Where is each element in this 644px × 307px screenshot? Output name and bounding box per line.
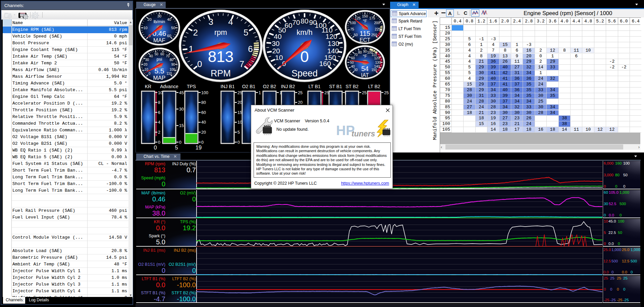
svg-text:3: 3	[208, 17, 213, 27]
svg-text:120: 120	[374, 56, 380, 60]
svg-text:10: 10	[275, 54, 283, 61]
svg-text:80: 80	[301, 17, 308, 25]
svg-text:25: 25	[324, 90, 329, 95]
svg-text:°F: °F	[363, 54, 367, 59]
svg-text:5: 5	[237, 130, 240, 135]
svg-text:115: 115	[360, 30, 370, 37]
svg-text:80: 80	[170, 58, 174, 62]
svg-text:LT B2: LT B2	[368, 84, 380, 89]
svg-text:40: 40	[167, 17, 171, 21]
svg-text:60: 60	[160, 52, 164, 56]
svg-text:70: 70	[354, 53, 358, 57]
svg-text:O2 B1: O2 B1	[242, 84, 256, 89]
svg-text:250: 250	[371, 33, 377, 37]
svg-text:50: 50	[354, 33, 358, 37]
svg-text:4: 4	[228, 17, 233, 27]
svg-text:813: 813	[208, 48, 234, 65]
svg-text:40: 40	[149, 54, 153, 58]
svg-text:200: 200	[374, 21, 380, 25]
svg-text:100: 100	[350, 21, 356, 25]
svg-text:INJ B2: INJ B2	[281, 84, 295, 89]
svg-text:25: 25	[298, 90, 303, 95]
svg-text:ST B1: ST B1	[329, 84, 342, 89]
svg-text:10: 10	[237, 120, 242, 125]
svg-text:10: 10	[145, 68, 149, 71]
svg-text:30: 30	[354, 68, 358, 72]
svg-text:45: 45	[179, 90, 184, 95]
svg-text:6: 6	[158, 110, 160, 115]
svg-text:Advance: Advance	[160, 84, 178, 89]
svg-text:1: 1	[259, 90, 261, 95]
svg-text:20: 20	[298, 100, 303, 105]
svg-text:30: 30	[179, 107, 184, 112]
svg-text:6: 6	[248, 44, 253, 54]
svg-text:0: 0	[149, 72, 151, 75]
svg-text:25: 25	[384, 90, 389, 95]
svg-text:5: 5	[175, 144, 178, 150]
svg-text:INJ B1: INJ B1	[220, 84, 234, 89]
svg-text:ST B2: ST B2	[345, 84, 359, 89]
svg-text:Speed: Speed	[291, 68, 318, 78]
svg-text:20: 20	[201, 130, 206, 135]
svg-text:10: 10	[143, 26, 147, 30]
svg-text:50: 50	[155, 52, 159, 56]
svg-text:130: 130	[375, 61, 381, 64]
svg-text:30: 30	[272, 40, 279, 47]
svg-text:100: 100	[201, 90, 208, 95]
svg-text:0: 0	[201, 140, 204, 145]
svg-text:lb/min: lb/min	[154, 19, 165, 24]
svg-text:MAP: MAP	[153, 75, 166, 81]
svg-text:25: 25	[237, 90, 242, 95]
svg-text:70: 70	[292, 18, 300, 26]
svg-text:125: 125	[355, 16, 361, 20]
svg-text:225: 225	[375, 27, 381, 31]
svg-text:75: 75	[350, 27, 354, 31]
svg-text:90: 90	[363, 50, 367, 53]
svg-text:20: 20	[148, 17, 152, 21]
svg-text:60: 60	[201, 110, 206, 115]
svg-text:175: 175	[369, 16, 375, 20]
svg-text:15: 15	[179, 123, 184, 128]
svg-text:120: 120	[325, 33, 337, 40]
svg-text:80: 80	[358, 51, 362, 54]
svg-text:110: 110	[166, 72, 172, 75]
svg-text:15: 15	[237, 110, 242, 115]
svg-text:°F: °F	[363, 18, 367, 23]
svg-text:160: 160	[319, 60, 331, 67]
svg-text:7: 7	[239, 59, 244, 69]
svg-text:19: 19	[196, 144, 202, 150]
svg-text:40: 40	[201, 120, 206, 125]
svg-text:60: 60	[284, 21, 292, 29]
svg-text:60: 60	[351, 56, 355, 60]
svg-text:IAT: IAT	[361, 72, 369, 78]
svg-text:150: 150	[362, 14, 368, 18]
svg-text:100: 100	[169, 68, 175, 71]
svg-text:rpm: rpm	[214, 28, 227, 37]
svg-text:LT B1: LT B1	[308, 84, 320, 89]
svg-text:80: 80	[201, 100, 206, 105]
svg-text:2: 2	[158, 130, 160, 135]
svg-text:110: 110	[372, 53, 377, 57]
svg-text:0: 0	[158, 140, 160, 145]
svg-text:140: 140	[374, 65, 380, 68]
svg-text:70: 70	[166, 54, 170, 58]
svg-text:MAF: MAF	[153, 37, 165, 44]
svg-text:0: 0	[179, 140, 181, 145]
svg-text:5.5: 5.5	[154, 67, 164, 75]
svg-text:20: 20	[144, 63, 148, 66]
svg-text:20: 20	[237, 100, 242, 105]
svg-text:ECT: ECT	[360, 37, 370, 43]
svg-text:130: 130	[328, 40, 339, 47]
svg-text:KR: KR	[145, 84, 151, 89]
svg-text:4: 4	[158, 120, 160, 125]
svg-text:20: 20	[272, 47, 280, 55]
svg-text:km/h: km/h	[297, 28, 313, 37]
svg-text:0: 0	[154, 144, 157, 150]
svg-text:TPS: TPS	[187, 84, 196, 89]
svg-text:60: 60	[167, 34, 171, 38]
svg-text:2: 2	[193, 27, 198, 38]
svg-text:0: 0	[197, 59, 202, 69]
svg-text:O2 B2: O2 B2	[263, 84, 276, 89]
svg-text:40: 40	[351, 65, 355, 68]
svg-text:90: 90	[171, 63, 175, 66]
